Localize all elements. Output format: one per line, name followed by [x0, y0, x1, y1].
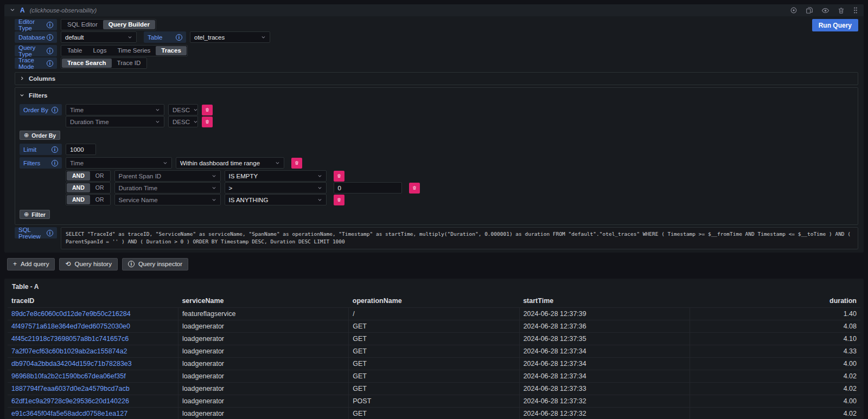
panel-title: Table - A: [8, 281, 860, 295]
operation-name-cell: /: [349, 307, 519, 320]
database-select[interactable]: default: [61, 31, 137, 43]
filter-operator-select[interactable]: IS EMPTY: [225, 170, 327, 182]
column-header-service-name[interactable]: serviceName: [178, 295, 348, 308]
trace-id-cell[interactable]: e91c3645f04fa5e58adcd0758e1ea127: [8, 407, 178, 419]
trace-id-cell[interactable]: 1887794f7eaa6037d0e2a4579bcd7acb: [8, 382, 178, 395]
filters-section-toggle[interactable]: Filters: [20, 91, 853, 100]
query-inspector-button[interactable]: i Query inspector: [122, 258, 188, 270]
filter-value-input[interactable]: 0: [334, 182, 402, 194]
remove-filter-button[interactable]: [409, 183, 420, 194]
editor-type-radio-group: SQL Editor Query Builder: [61, 19, 156, 30]
query-type-option-logs[interactable]: Logs: [88, 46, 112, 55]
column-header-duration[interactable]: duration: [690, 295, 860, 308]
hide-query-eye-icon[interactable]: [821, 7, 829, 15]
table-row: db9704a2bbda34204d159c71b78283e3loadgene…: [8, 357, 860, 370]
operation-name-cell: GET: [349, 345, 519, 357]
filter-operator-select[interactable]: IS ANYTHING: [225, 194, 327, 205]
duration-cell: 4.33: [690, 345, 860, 357]
connector-and-option[interactable]: AND: [67, 195, 90, 204]
trace-mode-option-trace-id[interactable]: Trace ID: [112, 59, 146, 68]
filter-field-select[interactable]: Time: [66, 157, 172, 169]
trace-id-cell[interactable]: db9704a2bbda34204d159c71b78283e3: [8, 357, 178, 370]
limit-input[interactable]: 1000: [66, 144, 96, 155]
order-by-field-select[interactable]: Duration Time: [66, 116, 164, 127]
trace-id-cell[interactable]: 96968b10fa2b2c1590bc67dea06ef35f: [8, 370, 178, 382]
order-by-field-select[interactable]: Time: [66, 104, 164, 115]
remove-order-by-button[interactable]: [202, 117, 213, 127]
operation-name-cell: GET: [349, 407, 519, 419]
help-circle-icon[interactable]: [790, 7, 797, 14]
trace-id-cell[interactable]: 7a2f07ecf63c60b1029ab2ac155874a2: [8, 345, 178, 357]
service-name-cell: loadgenerator: [178, 407, 348, 419]
info-icon: i: [47, 34, 53, 41]
column-header-operation-name[interactable]: operationName: [349, 295, 519, 308]
history-icon: ⟲: [65, 261, 71, 267]
column-header-trace-id[interactable]: traceID: [8, 295, 178, 308]
start-time-cell: 2024-06-28 12:37:35: [519, 332, 690, 345]
remove-query-trash-icon[interactable]: [838, 7, 845, 14]
database-label: Database i: [15, 31, 57, 43]
connector-or-option[interactable]: OR: [90, 171, 110, 181]
editor-type-option-sql-editor[interactable]: SQL Editor: [62, 20, 103, 29]
filter-field-select[interactable]: Duration Time: [114, 182, 221, 194]
sql-preview-text: SELECT "TraceId" as traceID, "ServiceNam…: [61, 227, 858, 249]
duration-cell: 4.02: [690, 370, 860, 382]
query-type-radio-group: Table Logs Time Series Traces: [61, 45, 188, 56]
column-header-start-time[interactable]: startTime: [519, 295, 690, 308]
connector-and-option[interactable]: AND: [67, 171, 90, 181]
add-order-by-button[interactable]: ⊕ Order By: [20, 131, 60, 140]
table-row: 62df1ec9a29728c9e29536c20d140226loadgene…: [8, 395, 860, 407]
chevron-down-icon: [212, 173, 216, 178]
filter-operator-select[interactable]: Within dashboard time range: [176, 157, 284, 169]
chevron-down-icon: [212, 197, 216, 202]
editor-type-option-query-builder[interactable]: Query Builder: [103, 20, 155, 29]
trace-id-cell[interactable]: 4f497571a618e364ed7ded60752030e0: [8, 320, 178, 332]
trace-id-cell[interactable]: 62df1ec9a29728c9e29536c20d140226: [8, 395, 178, 407]
connector-and-option[interactable]: AND: [67, 183, 90, 192]
filter-field-select[interactable]: Service Name: [114, 194, 221, 205]
connector-or-option[interactable]: OR: [90, 195, 110, 204]
order-by-direction-select[interactable]: DESC: [168, 116, 198, 127]
info-icon: i: [47, 230, 53, 236]
trace-id-cell[interactable]: 4f45c21918c73698057a8b1c741657c6: [8, 332, 178, 345]
remove-filter-button[interactable]: [291, 158, 302, 169]
service-name-cell: loadgenerator: [178, 395, 348, 407]
collapse-chevron-icon[interactable]: [10, 7, 15, 14]
duplicate-query-icon[interactable]: [806, 7, 813, 14]
operation-name-cell: GET: [349, 370, 519, 382]
table-header-row: traceID serviceName operationName startT…: [8, 295, 860, 308]
trace-mode-option-trace-search[interactable]: Trace Search: [62, 59, 112, 68]
table-select[interactable]: otel_traces: [190, 31, 270, 43]
query-type-option-traces[interactable]: Traces: [156, 46, 186, 55]
filters-label: Filters i: [20, 157, 62, 169]
chevron-down-icon: [155, 119, 160, 124]
start-time-cell: 2024-06-28 12:37:36: [519, 320, 690, 332]
duration-cell: 4.00: [690, 357, 860, 370]
trace-id-cell[interactable]: 89dc7e8c6060c0d12de7e9b50c216284: [8, 307, 178, 320]
operation-name-cell: GET: [349, 357, 519, 370]
add-filter-button[interactable]: ⊕ Filter: [20, 210, 50, 219]
service-name-cell: loadgenerator: [178, 370, 348, 382]
start-time-cell: 2024-06-28 12:37:34: [519, 370, 690, 382]
datasource-name: (clickhouse-observability): [30, 7, 97, 14]
info-icon: i: [47, 48, 53, 54]
remove-filter-button[interactable]: [334, 171, 344, 182]
run-query-button[interactable]: Run Query: [812, 19, 858, 31]
query-row-header[interactable]: A (clickhouse-observability): [4, 4, 864, 16]
order-by-direction-select[interactable]: DESC: [168, 104, 198, 115]
connector-or-option[interactable]: OR: [90, 183, 110, 192]
query-history-button[interactable]: ⟲ Query history: [59, 258, 117, 270]
columns-section-toggle[interactable]: Columns: [20, 74, 55, 83]
trace-mode-radio-group: Trace Search Trace ID: [61, 57, 147, 69]
table-row: 7a2f07ecf63c60b1029ab2ac155874a2loadgene…: [8, 345, 860, 357]
drag-handle-icon[interactable]: [853, 7, 858, 14]
add-query-button[interactable]: + Add query: [7, 258, 55, 270]
query-type-option-table[interactable]: Table: [62, 46, 88, 55]
filter-field-select[interactable]: Parent Span ID: [114, 170, 221, 182]
query-type-option-time-series[interactable]: Time Series: [112, 46, 156, 55]
filter-operator-select[interactable]: >: [225, 182, 327, 194]
chevron-down-icon: [193, 107, 198, 112]
connector-radio-group: AND OR: [66, 182, 111, 194]
remove-order-by-button[interactable]: [202, 105, 213, 115]
remove-filter-button[interactable]: [334, 195, 344, 205]
